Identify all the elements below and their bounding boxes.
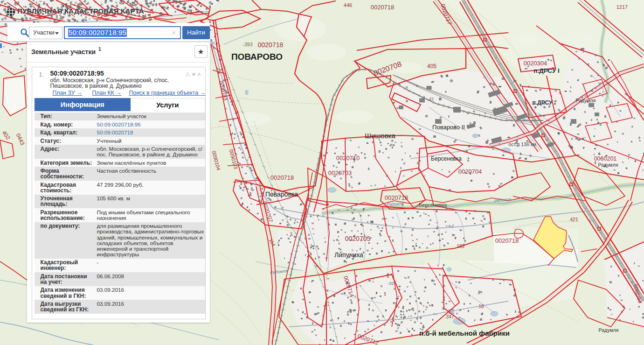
svg-text:Шишовка: Шишовка [365,132,395,140]
svg-text:Берсеневка: Берсеневка [419,202,447,208]
svg-text:0020710: 0020710 [336,155,360,162]
svg-text:347: 347 [446,314,454,319]
svg-text:0020704: 0020704 [458,168,482,175]
svg-text:1217: 1217 [616,4,628,10]
svg-text:421: 421 [570,217,578,222]
svg-text:ПОВАРОВО: ПОВАРОВО [231,52,283,62]
svg-text:Липуниха: Липуниха [334,251,363,259]
svg-text:32: 32 [429,96,434,101]
svg-text:-32: -32 [388,281,394,286]
svg-text:0020703: 0020703 [328,169,352,176]
svg-text:Поваровка: Поваровка [265,190,298,198]
svg-text:0020718: 0020718 [495,237,519,244]
svg-text:0020718: 0020718 [371,4,395,11]
svg-text:0020718: 0020718 [270,174,294,181]
svg-text:446: 446 [344,2,352,8]
svg-text:Радумля: Радумля [599,327,619,333]
svg-text:405: 405 [427,63,436,70]
svg-text:0060201: 0060201 [594,155,617,162]
svg-text:0020718: 0020718 [258,41,284,49]
svg-text:ост.л 136 км: ост.л 136 км [509,141,536,147]
svg-text:Радумля: Радумля [598,162,618,168]
svg-text:Радумля: Радумля [576,98,596,103]
svg-text:п.ДРСУ I: п.ДРСУ I [533,67,560,74]
svg-text:0020705: 0020705 [345,235,371,242]
svg-text:Поварово II: Поварово II [432,124,465,131]
svg-text:-393: -393 [242,42,252,47]
svg-text:18: 18 [478,303,484,309]
svg-text:Берсеневка: Берсеневка [431,155,462,162]
svg-text:182: 182 [457,243,465,249]
svg-text:0020716: 0020716 [385,194,409,201]
svg-text:0020304: 0020304 [524,60,547,67]
svg-text:п.ДРСУ: п.ДРСУ [533,99,553,106]
svg-text:п.б-й мебельной фабрики: п.б-й мебельной фабрики [419,329,510,337]
